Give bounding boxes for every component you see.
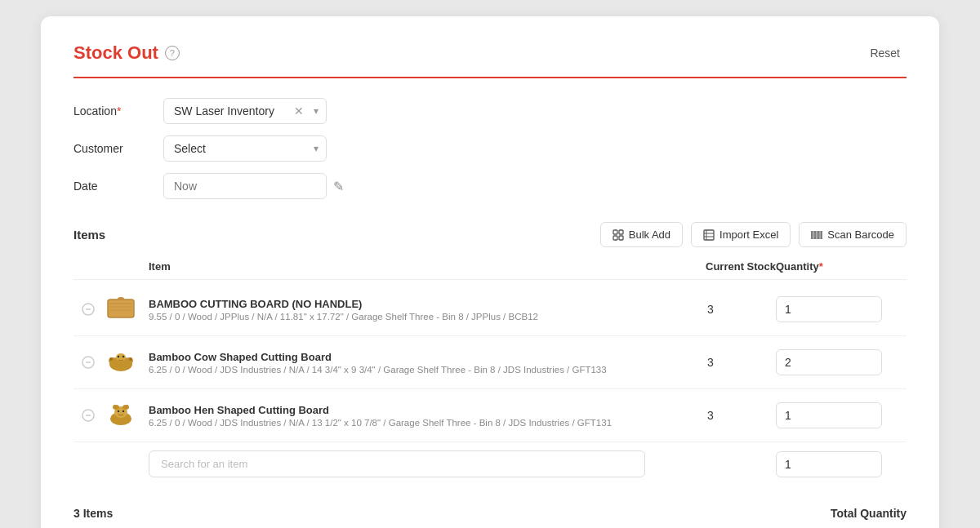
svg-point-31 [118, 356, 119, 357]
remove-icon [82, 356, 95, 369]
item-2-quantity-wrapper [776, 349, 906, 375]
svg-point-29 [129, 357, 132, 361]
card-header: Stock Out ? Reset [74, 42, 906, 78]
item-3-info: Bamboo Hen Shaped Cutting Board 6.25 / 0… [149, 404, 645, 428]
import-excel-button[interactable]: Import Excel [691, 222, 791, 247]
item-1-desc: 9.55 / 0 / Wood / JPPlus / N/A / 11.81" … [149, 312, 645, 322]
item-1-image [103, 291, 139, 327]
item-3-quantity-input[interactable] [776, 402, 882, 428]
items-actions: Bulk Add Import Excel [600, 222, 906, 247]
date-edit-icon[interactable]: ✎ [333, 179, 344, 194]
customer-select-wrapper: Select ▾ [163, 135, 327, 162]
item-3-name: Bamboo Hen Shaped Cutting Board [149, 404, 645, 416]
svg-point-39 [118, 410, 119, 412]
column-current-stock: Current Stock [645, 260, 776, 273]
column-item: Item [149, 260, 645, 273]
items-header: Items Bulk Add [74, 222, 906, 247]
item-1-stock: 3 [645, 303, 776, 316]
item-3-image [103, 397, 139, 433]
items-section: Items Bulk Add [74, 222, 906, 520]
remove-item-3-button[interactable] [74, 409, 103, 422]
item-2-info: Bamboo Cow Shaped Cutting Board 6.25 / 0… [149, 351, 645, 375]
svg-point-40 [122, 410, 124, 412]
page-title: Stock Out [74, 42, 158, 64]
item-3-quantity-wrapper [776, 402, 906, 428]
table-row: Bamboo Hen Shaped Cutting Board 6.25 / 0… [74, 389, 906, 442]
svg-rect-2 [613, 236, 617, 240]
location-clear-button[interactable]: ✕ [294, 104, 304, 118]
total-quantity-label: Total Quantity [831, 507, 906, 520]
svg-point-19 [118, 297, 124, 300]
search-row [74, 442, 906, 486]
remove-icon [82, 303, 95, 316]
search-item-input[interactable] [149, 450, 645, 477]
item-2-desc: 6.25 / 0 / Wood / JDS Industries / N/A /… [149, 365, 645, 375]
svg-rect-0 [613, 230, 617, 234]
item-2-stock: 3 [645, 356, 776, 369]
footer-quantity-input[interactable] [776, 451, 882, 477]
items-label: Items [74, 228, 105, 242]
footer-quantity-wrapper [776, 451, 906, 477]
location-row: Location* SW Laser Inventory ✕ ▾ [74, 98, 906, 124]
svg-rect-22 [109, 309, 132, 311]
table-row: Bamboo Cow Shaped Cutting Board 6.25 / 0… [74, 336, 906, 389]
import-excel-icon [703, 229, 715, 241]
location-label: Location* [74, 104, 163, 118]
header-left: Stock Out ? [74, 42, 180, 64]
svg-point-28 [109, 357, 113, 361]
item-1-quantity-wrapper [776, 296, 906, 322]
remove-icon [82, 409, 95, 422]
scan-barcode-icon [811, 229, 822, 241]
item-3-desc: 6.25 / 0 / Wood / JDS Industries / N/A /… [149, 418, 645, 428]
items-count: 3 Items [74, 507, 113, 520]
table-row: BAMBOO CUTTING BOARD (NO HANDLE) 9.55 / … [74, 283, 906, 336]
help-icon[interactable]: ? [165, 46, 180, 60]
form-section: Location* SW Laser Inventory ✕ ▾ Custome… [74, 98, 906, 199]
item-2-name: Bamboo Cow Shaped Cutting Board [149, 351, 645, 363]
date-row: Date ✎ [74, 173, 906, 199]
svg-rect-3 [619, 236, 623, 240]
remove-item-2-button[interactable] [74, 356, 103, 369]
svg-point-32 [122, 356, 124, 357]
item-3-stock: 3 [645, 409, 776, 422]
customer-select[interactable]: Select [163, 135, 327, 162]
location-select-wrapper: SW Laser Inventory ✕ ▾ [163, 98, 327, 124]
svg-rect-21 [109, 306, 132, 308]
item-1-info: BAMBOO CUTTING BOARD (NO HANDLE) 9.55 / … [149, 298, 645, 322]
bulk-add-button[interactable]: Bulk Add [600, 222, 683, 247]
item-2-image [103, 344, 139, 380]
stock-out-card: Stock Out ? Reset Location* SW Laser Inv… [41, 16, 939, 528]
customer-row: Customer Select ▾ [74, 135, 906, 162]
svg-rect-1 [619, 230, 623, 234]
remove-item-1-button[interactable] [74, 303, 103, 316]
item-1-quantity-input[interactable] [776, 296, 882, 322]
svg-rect-4 [704, 230, 714, 240]
date-input[interactable] [163, 173, 327, 199]
table-header: Item Current Stock Quantity* [74, 260, 906, 280]
footer-row: 3 Items Total Quantity [74, 499, 906, 520]
customer-label: Customer [74, 142, 163, 155]
date-label: Date [74, 180, 163, 193]
scan-barcode-button[interactable]: Scan Barcode [799, 222, 906, 247]
item-2-quantity-input[interactable] [776, 349, 882, 375]
item-1-name: BAMBOO CUTTING BOARD (NO HANDLE) [149, 298, 645, 310]
column-quantity: Quantity* [776, 260, 906, 273]
bulk-add-icon [612, 229, 624, 241]
reset-button[interactable]: Reset [863, 43, 906, 63]
svg-rect-20 [109, 303, 132, 304]
svg-rect-17 [108, 299, 134, 317]
